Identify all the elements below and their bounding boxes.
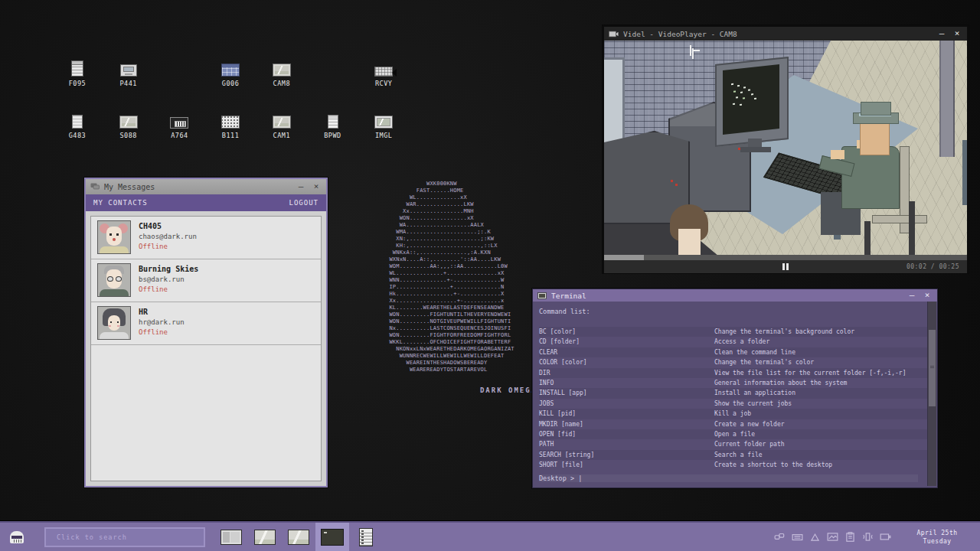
command-row: PATHCurrent folder path [539,439,927,449]
contact-status: Offline [139,285,198,293]
avatar [97,263,131,297]
videoplayer-minimize-button[interactable]: – [936,29,947,38]
messages-close-button[interactable]: × [311,182,322,191]
command-name: COLOR [color] [539,357,714,367]
scrollbar-thumb[interactable] [929,330,936,406]
desktop-icon-CAM1[interactable]: CAM1 [260,110,304,139]
logout-button[interactable]: LOGOUT [289,199,318,207]
command-row: COLOR [color]Change the terminal's color [539,357,927,367]
link-icon[interactable] [774,531,786,543]
battery-icon[interactable] [880,531,891,543]
command-row: KILL [pid]Kill a job [539,409,927,419]
desktop-icon-label: G483 [55,132,100,139]
contact-status: Offline [139,243,197,250]
desktop-icon-RCVY[interactable]: RCVY [361,58,406,87]
terminal-app-icon [321,529,344,546]
messages-window: My Messages – × MY CONTACTS LOGOUT CH405… [84,178,328,487]
taskbar-app-terminal[interactable] [315,523,349,551]
command-description: Change the terminal's color [714,357,814,367]
command-name: MKDIR [name] [539,419,714,429]
taskbar-app-photo[interactable] [282,523,315,551]
command-description: Create a shortcut to the desktop [714,460,832,470]
skull-icon [10,531,24,543]
table-file-icon [221,64,240,77]
clock-date[interactable]: April 25th Tuesday [899,529,975,546]
videoplayer-close-button[interactable]: × [952,29,962,38]
desktop-icon-B111[interactable]: B111 [208,110,253,139]
desktop-icon-CAM8[interactable]: CAM8 [260,58,304,87]
command-name: CD [folder] [539,337,714,347]
desktop-icon-F095[interactable]: F095 [55,58,100,87]
command-description: Create a new folder [714,419,785,429]
pause-button[interactable] [782,263,789,270]
command-row: JOBSShow the current jobs [539,399,927,409]
command-row: CD [folder]Access a folder [539,337,927,347]
command-name: SHORT [file] [539,460,714,470]
messages-title: My Messages [104,183,291,191]
desktop-icon-G006[interactable]: G006 [208,58,253,87]
chat-icon [90,183,100,191]
cursor: | [578,474,582,482]
window-app-icon [220,530,242,545]
search-input[interactable] [44,527,205,547]
command-description: Change the terminal's background color [714,327,854,337]
videoplayer-titlebar[interactable]: Videl - VideoPlayer - CAM8 – × [604,27,967,41]
taskbar-apps [214,523,383,551]
ledger-file-icon [71,60,83,77]
video-progress-bar[interactable] [604,255,967,260]
contact-name: Burning Skies [139,263,198,273]
desktop-icon-label: CAM1 [260,132,304,139]
desktop-icon-BPWD[interactable]: BPWD [311,110,355,139]
contact-email: bs@dark.run [139,276,198,283]
phone-icon[interactable] [862,531,874,543]
messages-navbar: MY CONTACTS LOGOUT [86,194,326,211]
desktop-icon-label: A764 [157,132,201,139]
command-description: Clean the command line [714,347,795,357]
grid-file-icon [221,116,240,129]
desktop-icon-label: BPWD [311,132,355,139]
terminal-minimize-button[interactable]: – [906,291,917,300]
desktop-icon-P441[interactable]: P441 [106,58,151,87]
command-description: Search a file [714,450,763,460]
contact-list: CH405chaos@dark.runOfflineBurning Skiesb… [90,216,322,481]
clipboard-icon[interactable] [844,531,856,543]
weekday-line: Tuesday [899,537,975,546]
terminal-close-button[interactable]: × [922,291,933,300]
taskbar: April 25th Tuesday [0,523,980,551]
command-description: Current folder path [714,439,785,449]
contact-email: hr@dark.run [139,318,185,326]
desktop-icon-A764[interactable]: A764 [157,110,201,139]
command-row: INFOGeneral information about the system [539,378,927,388]
desktop-icon-S088[interactable]: S088 [106,110,151,139]
desktop-icon-IMGL[interactable]: IMGL [361,110,406,139]
command-name: INSTALL [app] [539,388,714,398]
taskbar-app-notes[interactable] [349,523,383,551]
contact-list-item[interactable]: HRhr@dark.runOffline [91,302,321,345]
desktop-icon-label: IMGL [361,132,406,139]
volume-icon[interactable] [809,531,821,543]
start-button[interactable] [0,523,34,551]
command-name: BC [color] [539,327,714,337]
command-row: MKDIR [name]Create a new folder [539,419,927,429]
keyboard-icon[interactable] [792,531,803,543]
desktop-icon-label: CAM8 [260,80,304,87]
ascii-art-skull: WXK000KNW FAST......HOME WL.............… [386,181,514,373]
contact-list-item[interactable]: Burning Skiesbs@dark.runOffline [91,259,321,302]
messages-titlebar[interactable]: My Messages – × [86,179,326,194]
contact-list-item[interactable]: CH405chaos@dark.runOffline [91,217,321,259]
terminal-scrollbar[interactable] [927,302,936,486]
taskbar-app-window[interactable] [214,523,248,551]
command-name: OPEN [fid] [539,429,714,439]
taskbar-app-photo[interactable] [248,523,282,551]
prompt-path: Desktop > [539,474,574,482]
desktop-icon-G483[interactable]: G483 [55,110,100,139]
terminal-prompt[interactable]: Desktop > | [539,474,918,482]
command-description: View the file list for the current folde… [714,368,906,378]
messages-minimize-button[interactable]: – [296,182,306,191]
photo-app-icon [288,530,309,545]
terminal-titlebar[interactable]: Terminal – × [533,289,937,302]
photo-file-icon [273,64,291,77]
notes-app-icon [359,528,373,546]
keyboard-file-icon [374,67,393,77]
image-icon[interactable] [827,531,838,543]
